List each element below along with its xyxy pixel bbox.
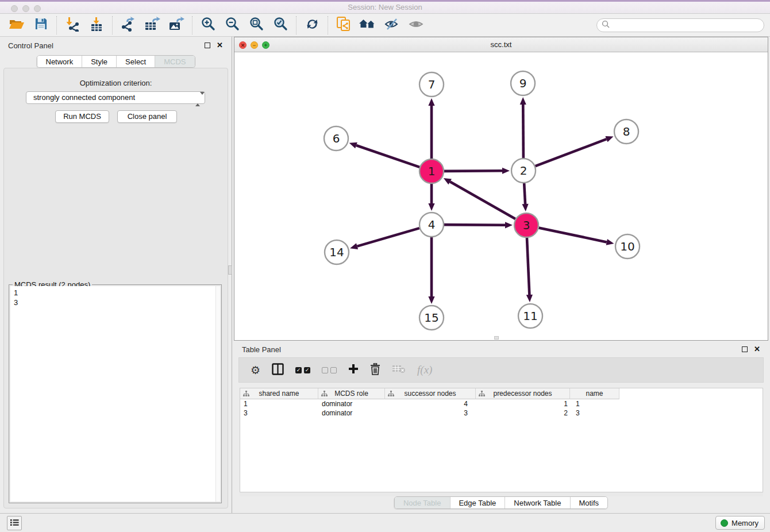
search-box[interactable] — [596, 18, 764, 32]
show-panels-button[interactable] — [404, 16, 428, 35]
node-label-2: 2 — [520, 164, 528, 178]
table-settings-gear-icon[interactable]: ⚙ — [251, 364, 260, 376]
optimization-criterion-label: Optimization criterion: — [4, 79, 228, 87]
close-panel-button[interactable]: Close panel — [117, 110, 177, 123]
zoom-in-button[interactable] — [196, 16, 220, 35]
edge-3-10[interactable] — [539, 228, 607, 242]
tab-mcds[interactable]: MCDS — [155, 56, 194, 67]
table-cell: 3 — [385, 408, 476, 418]
tab-network-table[interactable]: Network Table — [505, 497, 569, 508]
panel-splitter-handle[interactable] — [228, 265, 232, 275]
table-row[interactable]: 3dominator323 — [240, 408, 763, 418]
column-header-successor-nodes[interactable]: successor nodes — [385, 388, 476, 399]
import-table-button[interactable] — [84, 16, 109, 35]
maximize-window-icon[interactable] — [34, 5, 41, 12]
edge-2-8[interactable] — [536, 139, 607, 166]
deselect-all-icon[interactable] — [322, 367, 337, 373]
tab-select[interactable]: Select — [116, 56, 155, 67]
zoom-selected-icon — [274, 17, 288, 33]
column-header-predecessor-nodes[interactable]: predecessor nodes — [476, 388, 570, 399]
tab-node-table[interactable]: Node Table — [395, 497, 450, 508]
delete-column-trash-icon[interactable] — [370, 363, 380, 377]
edge-arrowhead — [606, 239, 614, 245]
criterion-value: strongly connected component — [33, 93, 135, 102]
close-network-icon[interactable]: ✕ — [239, 41, 247, 49]
clone-network-button[interactable] — [332, 16, 356, 35]
table-row[interactable]: 1dominator411 — [240, 399, 763, 408]
titlebar: Session: New Session — [0, 0, 770, 14]
export-table-button[interactable] — [140, 16, 164, 35]
table-body: 1dominator4113dominator323 — [240, 399, 763, 418]
edge-2-3[interactable] — [524, 183, 525, 204]
column-visibility-icon[interactable] — [272, 363, 284, 377]
network-canvas[interactable]: 1234678910111415 — [234, 52, 768, 340]
node-label-1: 1 — [428, 164, 436, 178]
home-button[interactable] — [356, 16, 380, 35]
network-graph[interactable]: 1234678910111415 — [234, 52, 768, 341]
edge-arrowhead — [505, 222, 513, 228]
minimize-window-icon[interactable] — [22, 5, 29, 12]
minimize-network-icon[interactable]: − — [251, 41, 258, 49]
mcds-result-text[interactable]: 1 3 — [10, 286, 220, 502]
control-panel-header: Control Panel ✕ — [0, 37, 232, 54]
table-panel-header: Table Panel ✕ — [234, 341, 768, 357]
export-image-button[interactable] — [164, 16, 188, 35]
canvas-splitter-handle[interactable] — [494, 336, 499, 340]
toolbar-divider — [56, 16, 57, 34]
edge-arrowhead — [428, 203, 434, 211]
tab-edge-table[interactable]: Edge Table — [449, 497, 505, 508]
criterion-dropdown[interactable]: strongly connected component — [26, 91, 205, 104]
task-history-button[interactable] — [7, 516, 22, 530]
table-cell: 1 — [240, 399, 318, 408]
float-table-panel-icon[interactable] — [742, 346, 748, 352]
edge-3-11[interactable] — [527, 238, 529, 295]
toolbar-divider — [296, 16, 297, 34]
toolbar-divider — [192, 16, 192, 34]
table-panel: Table Panel ✕ ⚙ ✓✓ f(x) shared nameMCDS … — [234, 341, 768, 513]
toolbar-divider — [112, 16, 113, 34]
edge-3-1[interactable] — [450, 182, 515, 219]
network-window-titlebar[interactable]: ✕ − + scc.txt — [234, 37, 768, 52]
maximize-network-icon[interactable]: + — [262, 41, 270, 49]
select-all-icon[interactable]: ✓✓ — [295, 367, 310, 373]
tab-motifs[interactable]: Motifs — [569, 497, 607, 508]
search-input[interactable] — [612, 21, 764, 29]
close-table-panel-icon[interactable]: ✕ — [754, 345, 760, 353]
run-mcds-button[interactable]: Run MCDS — [55, 110, 109, 123]
hide-panels-button[interactable] — [380, 16, 404, 35]
export-table-icon — [144, 17, 160, 34]
memory-button[interactable]: Memory — [715, 516, 765, 530]
edge-4-3[interactable] — [444, 225, 505, 225]
eye-icon — [409, 17, 424, 33]
zoom-out-button[interactable] — [220, 16, 244, 35]
edge-arrowhead — [428, 296, 434, 304]
edge-arrowhead — [502, 168, 510, 174]
table-toolbar: ⚙ ✓✓ f(x) — [238, 357, 764, 383]
close-panel-icon[interactable]: ✕ — [217, 41, 223, 49]
zoom-selected-button[interactable] — [268, 16, 292, 35]
apply-layout-button[interactable] — [300, 16, 324, 35]
tab-network[interactable]: Network — [37, 56, 82, 67]
column-header-shared-name[interactable]: shared name — [240, 388, 318, 399]
edge-4-14[interactable] — [357, 228, 419, 246]
save-session-button[interactable] — [29, 16, 53, 35]
node-label-8: 8 — [623, 125, 630, 138]
mcds-result-group: MCDS result (2 nodes) 1 3 — [9, 284, 222, 503]
result-scrollbar[interactable] — [215, 286, 220, 502]
column-header-MCDS-role[interactable]: MCDS role — [318, 388, 385, 399]
edge-2-9[interactable] — [523, 105, 523, 158]
column-header-name[interactable]: name — [570, 388, 619, 399]
open-session-button[interactable] — [5, 16, 29, 35]
edge-1-2[interactable] — [444, 171, 502, 171]
close-window-icon[interactable] — [11, 5, 18, 12]
import-network-button[interactable] — [60, 16, 84, 35]
tab-style[interactable]: Style — [82, 56, 116, 67]
node-label-14: 14 — [329, 245, 344, 259]
float-panel-icon[interactable] — [205, 43, 210, 48]
zoom-fit-button[interactable] — [244, 16, 268, 35]
node-table: shared nameMCDS rolesuccessor nodesprede… — [240, 388, 763, 492]
edge-1-6[interactable] — [356, 145, 419, 167]
delete-table-icon-disabled — [392, 364, 406, 376]
export-network-button[interactable] — [116, 16, 140, 35]
add-column-plus-icon[interactable] — [348, 364, 359, 376]
